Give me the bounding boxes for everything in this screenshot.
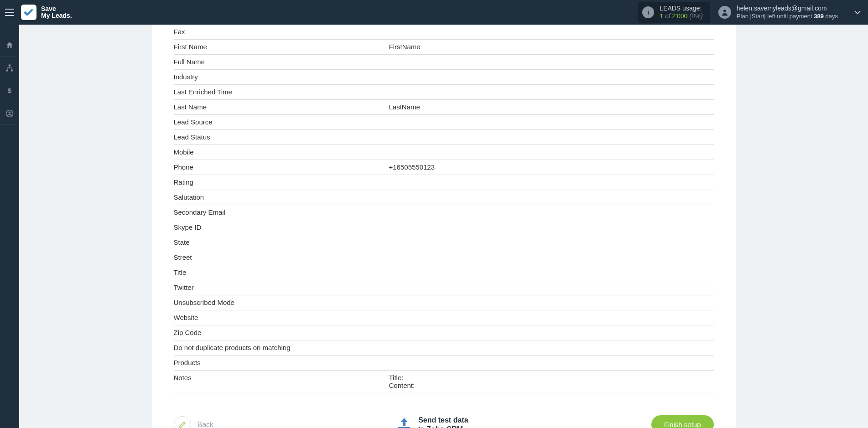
field-label: Street bbox=[174, 253, 389, 261]
app-header: Save My Leads. i LEADS usage: 1 of 2'000… bbox=[0, 0, 868, 25]
field-value bbox=[389, 358, 714, 359]
chevron-down-icon[interactable] bbox=[854, 8, 861, 16]
field-row: Lead Status bbox=[174, 130, 714, 145]
field-row: Skype ID bbox=[174, 220, 714, 235]
field-value bbox=[389, 147, 714, 148]
field-row: Twitter bbox=[174, 280, 714, 295]
field-label: Fax bbox=[174, 27, 389, 36]
field-row: Industry bbox=[174, 70, 714, 85]
user-icon bbox=[721, 8, 729, 16]
field-label: Lead Status bbox=[174, 132, 389, 141]
back-label: Back bbox=[198, 421, 214, 428]
back-button[interactable]: Back bbox=[174, 416, 214, 428]
field-row: State bbox=[174, 235, 714, 250]
user-info-text: helen.savemyleads@gmail.com Plan |Start|… bbox=[737, 5, 838, 20]
field-value bbox=[389, 222, 714, 223]
field-label: Salutation bbox=[174, 192, 389, 201]
field-row: Website bbox=[174, 310, 714, 325]
field-value bbox=[389, 132, 714, 133]
logo[interactable]: Save My Leads. bbox=[21, 5, 72, 20]
field-value: Title: Content: bbox=[389, 373, 714, 389]
field-label: Do not duplicate products on matching bbox=[174, 343, 389, 351]
usage-text: LEADS usage: 1 of 2'000 (0%) bbox=[660, 5, 703, 21]
field-value: FirstName bbox=[389, 42, 714, 51]
home-icon bbox=[5, 41, 14, 49]
field-row: Do not duplicate products on matching bbox=[174, 340, 714, 356]
field-row: Last Enriched Time bbox=[174, 85, 714, 100]
field-row: Zip Code bbox=[174, 325, 714, 340]
field-label: Phone bbox=[174, 162, 389, 171]
svg-rect-2 bbox=[6, 69, 9, 71]
field-row: First NameFirstName bbox=[174, 40, 714, 55]
field-value bbox=[389, 268, 714, 268]
field-label: Secondary Email bbox=[174, 207, 389, 216]
field-value bbox=[389, 328, 714, 329]
field-value bbox=[389, 87, 714, 88]
field-label: Last Enriched Time bbox=[174, 87, 389, 96]
sidebar-item-account[interactable] bbox=[0, 102, 19, 125]
field-row: Lead Source bbox=[174, 115, 714, 130]
field-row: Salutation bbox=[174, 190, 714, 205]
field-row-notes: Notes Title: Content: bbox=[174, 371, 714, 393]
field-label: Zip Code bbox=[174, 328, 389, 336]
send-test-button[interactable]: Send test data to Zoho CRM bbox=[396, 416, 468, 428]
field-value bbox=[389, 27, 714, 28]
field-row: Unsubscribed Mode bbox=[174, 295, 714, 310]
field-row: Street bbox=[174, 250, 714, 265]
field-label: Last Name bbox=[174, 102, 389, 111]
avatar bbox=[718, 6, 731, 19]
field-value bbox=[389, 313, 714, 314]
field-label: Twitter bbox=[174, 283, 389, 291]
field-value bbox=[389, 253, 714, 253]
user-circle-icon bbox=[5, 109, 14, 118]
field-value bbox=[389, 177, 714, 178]
check-icon bbox=[24, 7, 34, 17]
field-label: State bbox=[174, 237, 389, 246]
field-value bbox=[389, 343, 714, 344]
field-value bbox=[389, 207, 714, 208]
action-bar: Back Send test data to Zoho CRM Finish s… bbox=[174, 393, 714, 428]
send-test-label: Send test data to Zoho CRM bbox=[418, 416, 468, 428]
field-value bbox=[389, 57, 714, 58]
field-label: First Name bbox=[174, 42, 389, 51]
field-value: LastName bbox=[389, 102, 714, 111]
field-row: Mobile bbox=[174, 145, 714, 160]
finish-setup-button[interactable]: Finish setup bbox=[651, 415, 714, 428]
sitemap-icon bbox=[5, 64, 14, 72]
field-value bbox=[389, 283, 714, 284]
user-menu[interactable]: helen.savemyleads@gmail.com Plan |Start|… bbox=[718, 5, 861, 20]
field-label: Mobile bbox=[174, 147, 389, 156]
field-label: Products bbox=[174, 358, 389, 366]
info-icon: i bbox=[642, 6, 654, 18]
field-row: Secondary Email bbox=[174, 205, 714, 220]
svg-rect-1 bbox=[9, 64, 11, 66]
dollar-icon: $ bbox=[5, 87, 14, 95]
field-row: Rating bbox=[174, 175, 714, 190]
field-row: Fax bbox=[174, 25, 714, 40]
logo-mark bbox=[21, 5, 36, 20]
field-label: Website bbox=[174, 313, 389, 321]
field-label: Rating bbox=[174, 177, 389, 186]
field-label: Unsubscribed Mode bbox=[174, 298, 389, 306]
leads-usage-widget[interactable]: i LEADS usage: 1 of 2'000 (0%) bbox=[638, 2, 710, 23]
field-value bbox=[389, 298, 714, 299]
hamburger-icon bbox=[5, 9, 14, 16]
main-content: FaxFirst NameFirstNameFull NameIndustryL… bbox=[19, 25, 868, 428]
field-value: +16505550123 bbox=[389, 162, 714, 171]
field-label: Full Name bbox=[174, 57, 389, 66]
field-label: Title bbox=[174, 268, 389, 276]
field-label: Industry bbox=[174, 72, 389, 81]
sidebar-item-billing[interactable]: $ bbox=[0, 79, 19, 102]
field-row: Full Name bbox=[174, 55, 714, 70]
field-value bbox=[389, 192, 714, 193]
svg-point-0 bbox=[723, 10, 726, 12]
field-label: Notes bbox=[174, 373, 389, 389]
mapping-card: FaxFirst NameFirstNameFull NameIndustryL… bbox=[152, 25, 736, 428]
field-value bbox=[389, 117, 714, 118]
field-row: Phone+16505550123 bbox=[174, 160, 714, 175]
field-label: Skype ID bbox=[174, 222, 389, 231]
svg-text:$: $ bbox=[8, 87, 12, 94]
sidebar-item-home[interactable] bbox=[0, 34, 19, 57]
sidebar-item-connections[interactable] bbox=[0, 57, 19, 79]
hamburger-menu-button[interactable] bbox=[0, 0, 19, 25]
